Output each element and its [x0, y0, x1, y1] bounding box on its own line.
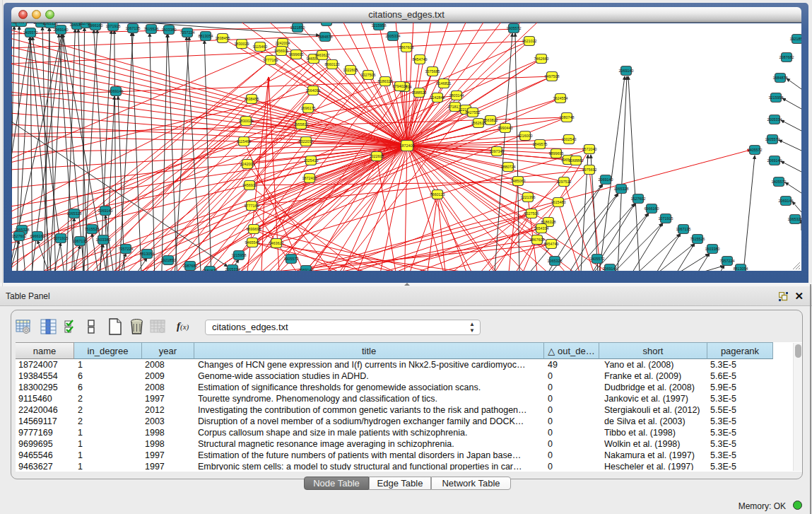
svg-text:6966160: 6966160: [30, 234, 45, 238]
svg-text:6216000: 6216000: [518, 134, 533, 138]
svg-text:8660123: 8660123: [325, 62, 340, 66]
svg-text:1603380: 1603380: [96, 238, 111, 242]
svg-text:7462660: 7462660: [534, 57, 549, 61]
svg-text:7485063: 7485063: [511, 179, 526, 183]
svg-text:3215958: 3215958: [769, 95, 784, 100]
svg-text:1322605: 1322605: [343, 68, 358, 72]
svg-text:1325419: 1325419: [304, 158, 319, 163]
svg-text:2069140: 2069140: [98, 209, 113, 213]
svg-text:1872400: 1872400: [302, 176, 317, 180]
svg-text:2069146: 2069146: [603, 267, 618, 271]
svg-text:9146821: 9146821: [437, 81, 452, 86]
svg-text:2069140: 2069140: [767, 158, 782, 163]
svg-text:9242848: 9242848: [430, 95, 445, 100]
svg-text:8186328: 8186328: [378, 79, 393, 83]
svg-text:1572040: 1572040: [582, 147, 597, 151]
svg-text:1097349: 1097349: [490, 149, 505, 153]
svg-text:1065328: 1065328: [614, 187, 629, 191]
svg-text:1684878: 1684878: [203, 269, 218, 271]
svg-text:1696175: 1696175: [301, 106, 316, 110]
svg-text:1830029: 1830029: [239, 119, 254, 123]
svg-text:9699695: 9699695: [289, 52, 304, 57]
svg-text:1654334: 1654334: [534, 226, 549, 230]
svg-text:8322037: 8322037: [299, 139, 314, 144]
svg-text:1872400: 1872400: [400, 144, 415, 148]
svg-text:1405572: 1405572: [590, 257, 605, 261]
svg-text:2069140: 2069140: [619, 69, 634, 73]
svg-text:3215958: 3215958: [232, 253, 247, 257]
svg-text:6966160: 6966160: [645, 206, 659, 211]
svg-text:8813054: 8813054: [734, 267, 748, 271]
svg-text:1921850: 1921850: [290, 25, 305, 30]
svg-text:9777169: 9777169: [264, 58, 278, 62]
svg-text:2069140: 2069140: [54, 28, 69, 32]
svg-text:1562615: 1562615: [471, 121, 486, 125]
svg-text:9777169: 9777169: [245, 204, 259, 208]
svg-text:8454749: 8454749: [413, 57, 428, 62]
svg-text:1838455: 1838455: [245, 97, 259, 101]
svg-text:1603380: 1603380: [705, 247, 720, 251]
svg-text:6794024: 6794024: [393, 84, 408, 88]
svg-text:2005334: 2005334: [225, 267, 240, 271]
svg-text:9115460: 9115460: [237, 139, 252, 144]
svg-text:2069140: 2069140: [299, 268, 314, 271]
svg-text:1921850: 1921850: [161, 258, 176, 262]
svg-text:9465546: 9465546: [245, 240, 260, 245]
svg-text:1221396: 1221396: [521, 195, 536, 199]
svg-text:7515526: 7515526: [144, 27, 159, 31]
svg-text:1067135: 1067135: [126, 26, 141, 30]
svg-text:1684878: 1684878: [318, 35, 333, 39]
svg-text:1297512: 1297512: [557, 180, 572, 184]
svg-text:1603380: 1603380: [162, 28, 177, 32]
svg-text:1921850: 1921850: [790, 37, 802, 41]
svg-text:9327506: 9327506: [361, 73, 376, 77]
svg-text:9463627: 9463627: [315, 53, 330, 57]
svg-text:1405572: 1405572: [772, 180, 787, 184]
svg-text:1065328: 1065328: [788, 217, 802, 221]
svg-text:1067135: 1067135: [73, 239, 88, 243]
svg-text:1071915: 1071915: [54, 236, 69, 240]
svg-text:2242004: 2242004: [276, 41, 290, 45]
svg-text:6497508: 6497508: [545, 74, 560, 78]
svg-text:2005334: 2005334: [767, 117, 782, 122]
svg-text:8660123: 8660123: [430, 192, 445, 197]
svg-text:1456911: 1456911: [274, 49, 289, 53]
svg-text:7515526: 7515526: [85, 227, 100, 231]
svg-text:1080748: 1080748: [560, 115, 575, 119]
svg-text:8813054: 8813054: [140, 252, 155, 256]
svg-text:9899695: 9899695: [549, 151, 564, 156]
svg-text:1065328: 1065328: [43, 23, 58, 25]
svg-text:1065328: 1065328: [67, 211, 82, 216]
svg-text:1621022: 1621022: [522, 39, 537, 43]
svg-text:3215958: 3215958: [372, 23, 387, 28]
svg-text:2087682: 2087682: [319, 23, 334, 23]
svg-text:1684878: 1684878: [773, 76, 788, 80]
svg-text:1588520: 1588520: [412, 90, 427, 95]
svg-text:2867608: 2867608: [399, 45, 414, 49]
svg-text:1322605: 1322605: [370, 154, 384, 158]
svg-text:1071915: 1071915: [106, 24, 121, 28]
svg-text:1456911: 1456911: [242, 183, 257, 187]
svg-text:9463627: 9463627: [269, 241, 284, 245]
svg-text:1002543: 1002543: [562, 137, 577, 141]
svg-text:1564091: 1564091: [306, 88, 321, 93]
svg-text:8990443: 8990443: [498, 126, 513, 130]
svg-text:2069140: 2069140: [14, 23, 29, 24]
svg-text:1065328: 1065328: [548, 259, 563, 263]
svg-text:1405572: 1405572: [23, 30, 38, 35]
svg-text:2867608: 2867608: [530, 238, 545, 242]
svg-text:1071915: 1071915: [659, 216, 673, 221]
svg-text:1615483: 1615483: [551, 200, 566, 204]
svg-text:3375685: 3375685: [425, 69, 440, 74]
svg-text:1830029: 1830029: [235, 42, 249, 46]
svg-text:1527602: 1527602: [12, 234, 27, 238]
svg-text:8813054: 8813054: [199, 34, 213, 38]
svg-text:2242004: 2242004: [240, 162, 255, 166]
svg-text:1905572: 1905572: [765, 137, 780, 141]
svg-text:1067135: 1067135: [676, 227, 691, 231]
svg-text:1905572: 1905572: [284, 257, 299, 261]
svg-text:1527602: 1527602: [631, 197, 646, 201]
svg-text:7955812: 7955812: [294, 122, 309, 127]
svg-text:1975692: 1975692: [582, 168, 597, 172]
svg-text:7357224: 7357224: [180, 30, 195, 35]
